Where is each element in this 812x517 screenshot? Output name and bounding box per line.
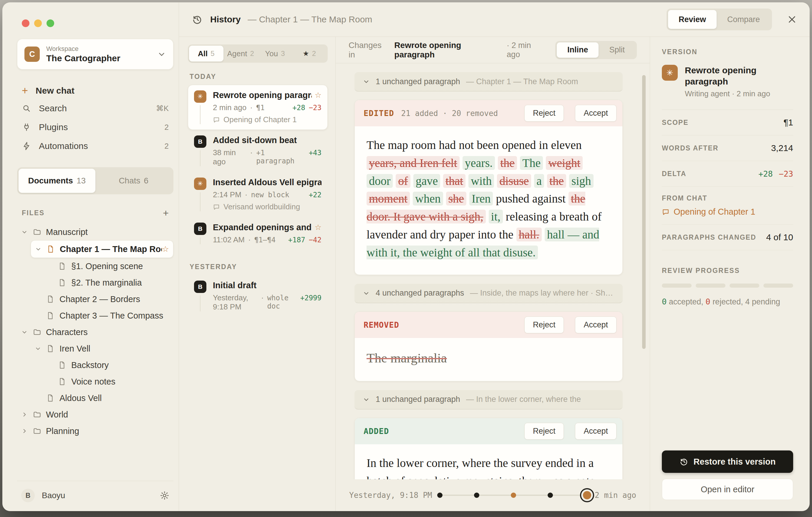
new-chat-button[interactable]: + New chat	[17, 82, 173, 99]
split-view-button[interactable]: Split	[599, 42, 635, 58]
document-icon	[58, 361, 71, 369]
tab-documents[interactable]: Documents 13	[19, 169, 95, 193]
file-backstory[interactable]: Backstory	[54, 357, 173, 373]
diff-scroll-area[interactable]: 1 unchanged paragraph — Chapter 1 — The …	[336, 63, 650, 479]
user-row[interactable]: B Baoyu	[17, 481, 173, 511]
automations-count: 2	[165, 142, 169, 151]
reject-button[interactable]: Reject	[524, 316, 564, 333]
minimize-window-button[interactable]	[34, 20, 42, 27]
version-item-initial-draft[interactable]: B Initial draft Yesterday, 9:18 PM · who…	[188, 275, 328, 317]
timeline-dot-current[interactable]	[583, 491, 591, 499]
accept-button[interactable]: Accept	[575, 423, 616, 439]
star-icon[interactable]: ☆	[162, 245, 169, 254]
timeline-track[interactable]	[440, 495, 587, 496]
avatar-column: ✳	[194, 177, 206, 211]
filter-agent-count: 2	[250, 50, 254, 58]
review-mode-button[interactable]: Review	[668, 10, 717, 29]
file-chapter-3[interactable]: Chapter 3 — The Compass	[31, 307, 173, 324]
accept-button[interactable]: Accept	[575, 105, 616, 122]
timeline-dot[interactable]	[474, 493, 479, 498]
open-in-editor-button[interactable]: Open in editor	[662, 479, 793, 500]
filter-you[interactable]: You 3	[258, 46, 292, 61]
version-chat-source: Verisand worldbuilding	[224, 202, 300, 211]
theme-toggle-sun-icon[interactable]	[160, 491, 169, 500]
thread-line	[200, 237, 201, 245]
chat-source-link[interactable]: Opening of Chapter 1	[662, 207, 793, 217]
version-item-epigraph[interactable]: ✳ Inserted Aldous Vell epigraph 2:14 PM …	[188, 172, 328, 217]
version-item-expanded-openings[interactable]: B Expanded openings and senso… ☆ 11:02 A…	[188, 217, 328, 250]
unchanged-paragraphs-bar[interactable]: 1 unchanged paragraph — In the lower cor…	[354, 390, 623, 409]
diff-token-same: The map room had not been opened in elev…	[367, 138, 582, 152]
version-title: Inserted Aldous Vell epigraph	[213, 177, 321, 187]
file-aldous-vell[interactable]: Aldous Vell	[31, 390, 173, 406]
workspace-switcher[interactable]: C Workspace The Cartographer	[17, 39, 173, 69]
compare-mode-button[interactable]: Compare	[717, 10, 771, 29]
folder-planning[interactable]: Planning	[17, 423, 173, 439]
tab-chats[interactable]: Chats 6	[95, 169, 172, 193]
timeline-dot[interactable]	[437, 493, 442, 498]
file-chapter-2[interactable]: Chapter 2 — Borders	[31, 291, 173, 307]
folder-characters[interactable]: Characters	[17, 324, 173, 340]
tab-documents-count: 13	[77, 176, 86, 185]
document-icon	[58, 378, 71, 385]
add-file-button[interactable]: +	[163, 208, 169, 218]
file-chapter-1[interactable]: Chapter 1 — The Map Room ☆	[31, 240, 173, 258]
folder-manuscript[interactable]: Manuscript	[17, 224, 173, 240]
agent-avatar: ✳	[194, 177, 206, 190]
diff-token-add: gave	[413, 174, 440, 188]
version-filters: All 5 Agent 2 You 3 ★ 2	[188, 45, 328, 63]
main-body: All 5 Agent 2 You 3 ★ 2	[179, 37, 810, 511]
document-icon	[58, 279, 71, 286]
added-count: +43	[309, 149, 321, 157]
unchanged-paragraphs-bar[interactable]: 1 unchanged paragraph — Chapter 1 — The …	[354, 72, 623, 92]
added-count: +187	[288, 236, 305, 244]
dot-separator: ·	[248, 235, 251, 245]
close-window-button[interactable]	[22, 20, 29, 27]
diff-token-add: The	[520, 156, 543, 170]
dot-separator: ·	[250, 148, 253, 157]
inline-view-button[interactable]: Inline	[557, 42, 599, 58]
timeline-dot[interactable]	[548, 493, 553, 498]
filter-all[interactable]: All 5	[189, 46, 224, 61]
agent-avatar: ✳	[662, 65, 678, 81]
agent-avatar: ✳	[194, 90, 206, 103]
version-scope: ¶1	[256, 104, 265, 112]
plugins-count: 2	[165, 123, 169, 132]
scrollbar-thumb[interactable]	[642, 75, 646, 349]
folder-icon	[33, 328, 46, 336]
version-item-sit-down-beat[interactable]: B Added sit-down beat 38 min ago · +1 pa…	[188, 130, 328, 172]
filter-all-label: All	[198, 49, 208, 58]
version-item-body: Inserted Aldous Vell epigraph 2:14 PM · …	[213, 177, 321, 211]
version-time: Yesterday, 9:18 PM	[213, 293, 258, 312]
file-section-1[interactable]: §1. Opening scene	[54, 258, 173, 275]
workspace-avatar: C	[24, 47, 40, 62]
reject-button[interactable]: Reject	[524, 423, 564, 439]
sidebar-item-search[interactable]: Search ⌘K	[17, 99, 173, 118]
progress-segment	[662, 284, 692, 288]
filter-agent[interactable]: Agent 2	[224, 46, 258, 61]
star-icon[interactable]: ☆	[315, 91, 321, 100]
filter-starred[interactable]: ★ 2	[292, 46, 326, 61]
removed-heading: The marginalia	[367, 351, 447, 365]
version-title: Initial draft	[213, 281, 321, 290]
unchanged-paragraphs-bar[interactable]: 4 unchanged paragraphs — Inside, the map…	[354, 284, 623, 303]
file-iren-vell[interactable]: Iren Vell	[31, 340, 173, 357]
star-icon[interactable]: ☆	[315, 223, 321, 232]
delta-added: +28	[758, 169, 773, 178]
file-section-2[interactable]: §2. The marginalia	[54, 275, 173, 291]
version-detail-title: Rewrote opening paragraph	[685, 65, 793, 87]
progress-segment	[696, 284, 725, 288]
timeline-dot-agent[interactable]	[511, 493, 516, 498]
reject-button[interactable]: Reject	[524, 105, 564, 122]
restore-version-button[interactable]: Restore this version	[662, 451, 793, 473]
accept-button[interactable]: Accept	[575, 316, 616, 333]
file-voice-notes[interactable]: Voice notes	[54, 373, 173, 390]
close-icon[interactable]	[787, 15, 797, 24]
document-icon	[58, 262, 71, 270]
sidebar-item-automations[interactable]: Automations 2	[17, 137, 173, 155]
sidebar-item-plugins[interactable]: Plugins 2	[17, 118, 173, 137]
version-item-rewrote-opening[interactable]: ✳ Rewrote opening paragraph ☆ 2 min ago …	[188, 85, 328, 130]
zoom-window-button[interactable]	[47, 20, 54, 27]
folder-world[interactable]: World	[17, 406, 173, 423]
avatar-column: B	[194, 136, 206, 166]
